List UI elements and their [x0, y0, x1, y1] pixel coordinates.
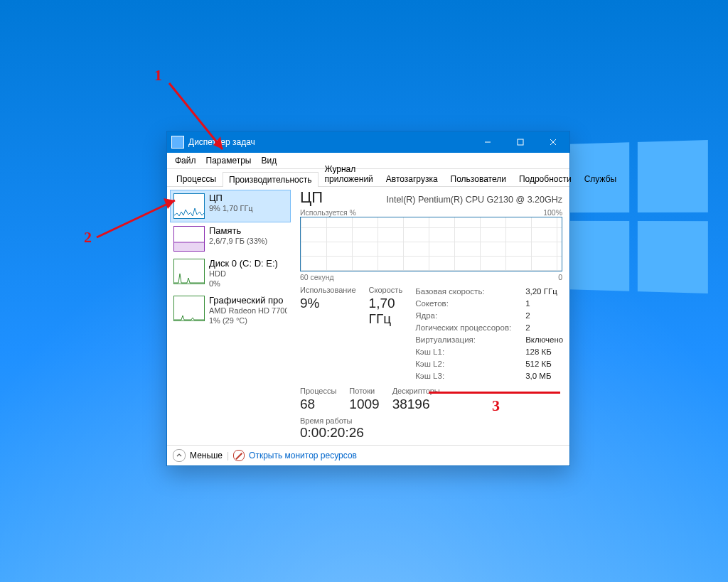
main-title: ЦП [300, 188, 323, 207]
sidebar-cpu-name: ЦП [209, 193, 253, 203]
resmon-icon [233, 450, 245, 461]
virt-key: Виртуализация: [415, 334, 525, 346]
minimize-button[interactable] [471, 131, 504, 153]
sidebar-item-memory[interactable]: Память 2,6/7,9 ГБ (33%) [170, 222, 291, 255]
maximize-button[interactable] [504, 131, 537, 153]
tab-apphistory[interactable]: Журнал приложений [318, 161, 380, 186]
usage-value: 9% [300, 296, 356, 311]
processes-value: 68 [300, 397, 336, 412]
menu-params[interactable]: Параметры [201, 154, 257, 167]
sidebar-gpu-name: Графический про [209, 296, 287, 306]
sidebar-mem-name: Память [209, 226, 267, 236]
usage-label: Использование [300, 286, 356, 294]
disk-thumb-icon [173, 259, 205, 284]
main-device: Intel(R) Pentium(R) CPU G2130 @ 3.20GHz [387, 195, 563, 205]
chevron-up-icon [176, 453, 182, 458]
perf-sidebar: ЦП 9% 1,70 ГГц Память 2,6/7,9 ГБ (33%) [167, 187, 293, 445]
uptime-value: 0:00:20:26 [300, 425, 562, 441]
handles-label: Дескрипторы [392, 387, 440, 395]
svg-line-9 [97, 200, 175, 237]
annotation-2: 2 [84, 228, 92, 247]
titlebar[interactable]: Диспетчер задач [167, 131, 569, 153]
tab-processes[interactable]: Процессы [170, 171, 223, 186]
tab-performance[interactable]: Производительность [223, 172, 318, 187]
windows-logo-icon [563, 140, 708, 293]
perf-main: ЦП Intel(R) Pentium(R) CPU G2130 @ 3.20G… [293, 187, 569, 445]
graph-bottom-left: 60 секунд [300, 273, 334, 281]
sidebar-gpu-sub2: 1% (29 °C) [209, 316, 287, 325]
footer: Меньше | Открыть монитор ресурсов [167, 445, 569, 465]
processes-label: Процессы [300, 387, 336, 395]
graph-top-right: 100% [543, 208, 562, 217]
sidebar-cpu-sub: 9% 1,70 ГГц [209, 203, 253, 213]
threads-value: 1009 [349, 397, 379, 412]
handles-value: 38196 [392, 397, 440, 412]
close-button[interactable] [537, 131, 569, 153]
task-manager-window: Диспетчер задач Файл Параметры Вид Проце… [166, 131, 570, 466]
fewer-label[interactable]: Меньше [190, 451, 223, 460]
threads-label: Потоки [349, 387, 379, 395]
sidebar-item-gpu[interactable]: Графический про AMD Radeon HD 7700 S 1% … [170, 292, 291, 329]
cpu-info: Базовая скорость:3,20 ГГц Сокетов:1 Ядра… [415, 286, 563, 382]
sidebar-gpu-sub1: AMD Radeon HD 7700 S [209, 306, 287, 316]
sidebar-disk-name: Диск 0 (C: D: E:) [209, 259, 278, 269]
window-title: Диспетчер задач [188, 137, 255, 147]
svg-rect-1 [518, 139, 523, 145]
annotation-1: 1 [154, 66, 162, 85]
gpu-thumb-icon [173, 296, 205, 321]
open-resmon-link[interactable]: Открыть монитор ресурсов [249, 451, 357, 460]
graph-bottom-right: 0 [558, 273, 562, 281]
cpu-thumb-icon [173, 193, 205, 219]
sidebar-item-disk[interactable]: Диск 0 (C: D: E:) HDD 0% [170, 255, 291, 292]
memory-thumb-icon [173, 226, 205, 252]
virt-val: Включено [525, 334, 563, 346]
tab-details[interactable]: Подробности [513, 171, 578, 186]
menu-file[interactable]: Файл [170, 154, 201, 167]
menu-view[interactable]: Вид [256, 154, 282, 167]
tab-services[interactable]: Службы [578, 171, 623, 186]
uptime-label: Время работы [300, 416, 562, 425]
sidebar-item-cpu[interactable]: ЦП 9% 1,70 ГГц [170, 190, 291, 222]
speed-value: 1,70 ГГц [369, 296, 403, 327]
speed-label: Скорость [369, 286, 403, 294]
fewer-details-button[interactable] [173, 449, 186, 462]
sidebar-disk-sub1: HDD [209, 269, 278, 279]
tab-row: Процессы Производительность Журнал прило… [167, 169, 569, 187]
tab-startup[interactable]: Автозагрузка [380, 171, 444, 186]
sidebar-disk-sub2: 0% [209, 279, 278, 289]
tab-users[interactable]: Пользователи [444, 171, 513, 186]
sidebar-mem-sub: 2,6/7,9 ГБ (33%) [209, 236, 267, 246]
graph-top-left: Используется % [300, 208, 356, 217]
svg-rect-4 [174, 242, 204, 251]
app-icon [171, 136, 184, 149]
cpu-usage-graph[interactable] [300, 217, 562, 271]
